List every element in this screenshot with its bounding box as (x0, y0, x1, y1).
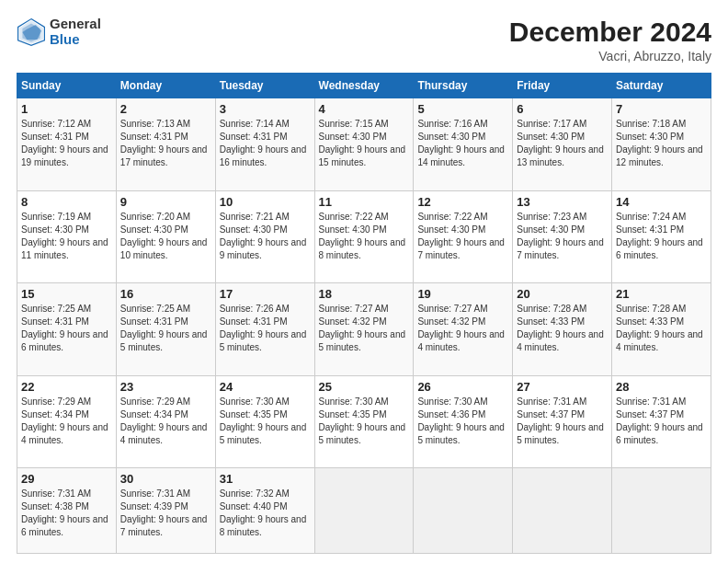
calendar-cell: 22Sunrise: 7:29 AMSunset: 4:34 PMDayligh… (17, 375, 117, 468)
day-info: Sunrise: 7:27 AMSunset: 4:32 PMDaylight:… (417, 303, 508, 354)
day-info: Sunrise: 7:23 AMSunset: 4:30 PMDaylight:… (517, 211, 608, 262)
calendar-cell: 27Sunrise: 7:31 AMSunset: 4:37 PMDayligh… (513, 375, 612, 468)
day-number: 7 (616, 102, 707, 116)
calendar-cell: 31Sunrise: 7:32 AMSunset: 4:40 PMDayligh… (215, 468, 314, 554)
page: General Blue December 2024 Vacri, Abruzz… (0, 0, 728, 563)
calendar-cell (414, 468, 513, 554)
day-of-week-header: Sunday (17, 74, 117, 98)
calendar-cell: 26Sunrise: 7:30 AMSunset: 4:36 PMDayligh… (414, 375, 513, 468)
logo-icon (17, 17, 46, 47)
day-info: Sunrise: 7:18 AMSunset: 4:30 PMDaylight:… (616, 118, 707, 169)
calendar-week-row: 15Sunrise: 7:25 AMSunset: 4:31 PMDayligh… (17, 283, 711, 376)
logo-text: General Blue (50, 17, 101, 47)
calendar-cell: 21Sunrise: 7:28 AMSunset: 4:33 PMDayligh… (612, 283, 711, 376)
calendar-cell (612, 468, 711, 554)
day-number: 25 (319, 380, 410, 394)
day-info: Sunrise: 7:30 AMSunset: 4:36 PMDaylight:… (417, 396, 508, 447)
day-number: 24 (220, 380, 311, 394)
day-info: Sunrise: 7:28 AMSunset: 4:33 PMDaylight:… (517, 303, 608, 354)
day-number: 1 (21, 102, 112, 116)
day-of-week-header: Wednesday (314, 74, 414, 98)
day-number: 23 (120, 380, 211, 394)
calendar-cell: 2Sunrise: 7:13 AMSunset: 4:31 PMDaylight… (116, 98, 215, 191)
title-block: December 2024 Vacri, Abruzzo, Italy (509, 17, 711, 63)
day-info: Sunrise: 7:31 AMSunset: 4:37 PMDaylight:… (616, 396, 707, 447)
subtitle: Vacri, Abruzzo, Italy (509, 49, 711, 63)
calendar-week-row: 22Sunrise: 7:29 AMSunset: 4:34 PMDayligh… (17, 375, 711, 468)
day-number: 3 (220, 102, 311, 116)
calendar-table: SundayMondayTuesdayWednesdayThursdayFrid… (17, 73, 711, 554)
day-number: 11 (319, 195, 410, 209)
day-number: 31 (220, 472, 311, 486)
day-number: 18 (319, 287, 410, 301)
calendar-cell: 10Sunrise: 7:21 AMSunset: 4:30 PMDayligh… (215, 190, 314, 283)
day-info: Sunrise: 7:32 AMSunset: 4:40 PMDaylight:… (220, 488, 311, 539)
calendar-cell: 9Sunrise: 7:20 AMSunset: 4:30 PMDaylight… (116, 190, 215, 283)
day-info: Sunrise: 7:14 AMSunset: 4:31 PMDaylight:… (220, 118, 311, 169)
day-number: 27 (517, 380, 608, 394)
calendar-cell: 16Sunrise: 7:25 AMSunset: 4:31 PMDayligh… (116, 283, 215, 376)
day-of-week-header: Friday (513, 74, 612, 98)
calendar-cell: 17Sunrise: 7:26 AMSunset: 4:31 PMDayligh… (215, 283, 314, 376)
calendar-cell: 25Sunrise: 7:30 AMSunset: 4:35 PMDayligh… (314, 375, 414, 468)
day-info: Sunrise: 7:27 AMSunset: 4:32 PMDaylight:… (319, 303, 410, 354)
day-info: Sunrise: 7:19 AMSunset: 4:30 PMDaylight:… (21, 211, 112, 262)
day-number: 4 (319, 102, 410, 116)
calendar-cell: 30Sunrise: 7:31 AMSunset: 4:39 PMDayligh… (116, 468, 215, 554)
calendar-cell: 14Sunrise: 7:24 AMSunset: 4:31 PMDayligh… (612, 190, 711, 283)
day-info: Sunrise: 7:24 AMSunset: 4:31 PMDaylight:… (616, 211, 707, 262)
day-info: Sunrise: 7:29 AMSunset: 4:34 PMDaylight:… (120, 396, 211, 447)
calendar-week-row: 29Sunrise: 7:31 AMSunset: 4:38 PMDayligh… (17, 468, 711, 554)
logo: General Blue (17, 17, 101, 47)
calendar-cell: 24Sunrise: 7:30 AMSunset: 4:35 PMDayligh… (215, 375, 314, 468)
day-info: Sunrise: 7:30 AMSunset: 4:35 PMDaylight:… (319, 396, 410, 447)
day-info: Sunrise: 7:29 AMSunset: 4:34 PMDaylight:… (21, 396, 112, 447)
calendar-cell: 12Sunrise: 7:22 AMSunset: 4:30 PMDayligh… (414, 190, 513, 283)
calendar-cell: 29Sunrise: 7:31 AMSunset: 4:38 PMDayligh… (17, 468, 117, 554)
calendar-cell: 5Sunrise: 7:16 AMSunset: 4:30 PMDaylight… (414, 98, 513, 191)
day-of-week-header: Monday (116, 74, 215, 98)
day-info: Sunrise: 7:30 AMSunset: 4:35 PMDaylight:… (220, 396, 311, 447)
day-info: Sunrise: 7:25 AMSunset: 4:31 PMDaylight:… (21, 303, 112, 354)
day-number: 15 (21, 287, 112, 301)
day-number: 10 (220, 195, 311, 209)
day-info: Sunrise: 7:31 AMSunset: 4:38 PMDaylight:… (21, 488, 112, 539)
calendar-week-row: 1Sunrise: 7:12 AMSunset: 4:31 PMDaylight… (17, 98, 711, 191)
day-info: Sunrise: 7:31 AMSunset: 4:39 PMDaylight:… (120, 488, 211, 539)
day-info: Sunrise: 7:16 AMSunset: 4:30 PMDaylight:… (417, 118, 508, 169)
calendar-cell: 7Sunrise: 7:18 AMSunset: 4:30 PMDaylight… (612, 98, 711, 191)
day-info: Sunrise: 7:25 AMSunset: 4:31 PMDaylight:… (120, 303, 211, 354)
day-of-week-header: Tuesday (215, 74, 314, 98)
day-of-week-header: Thursday (414, 74, 513, 98)
calendar-cell: 1Sunrise: 7:12 AMSunset: 4:31 PMDaylight… (17, 98, 117, 191)
calendar-cell: 11Sunrise: 7:22 AMSunset: 4:30 PMDayligh… (314, 190, 414, 283)
day-number: 8 (21, 195, 112, 209)
calendar-week-row: 8Sunrise: 7:19 AMSunset: 4:30 PMDaylight… (17, 190, 711, 283)
day-number: 12 (417, 195, 508, 209)
calendar-cell: 13Sunrise: 7:23 AMSunset: 4:30 PMDayligh… (513, 190, 612, 283)
day-number: 2 (120, 102, 211, 116)
calendar-cell: 28Sunrise: 7:31 AMSunset: 4:37 PMDayligh… (612, 375, 711, 468)
day-number: 14 (616, 195, 707, 209)
day-number: 5 (417, 102, 508, 116)
day-info: Sunrise: 7:20 AMSunset: 4:30 PMDaylight:… (120, 211, 211, 262)
day-number: 26 (417, 380, 508, 394)
day-info: Sunrise: 7:21 AMSunset: 4:30 PMDaylight:… (220, 211, 311, 262)
calendar-cell: 20Sunrise: 7:28 AMSunset: 4:33 PMDayligh… (513, 283, 612, 376)
day-info: Sunrise: 7:15 AMSunset: 4:30 PMDaylight:… (319, 118, 410, 169)
day-number: 17 (220, 287, 311, 301)
main-title: December 2024 (509, 17, 711, 47)
day-info: Sunrise: 7:22 AMSunset: 4:30 PMDaylight:… (417, 211, 508, 262)
calendar-cell: 18Sunrise: 7:27 AMSunset: 4:32 PMDayligh… (314, 283, 414, 376)
calendar-cell: 6Sunrise: 7:17 AMSunset: 4:30 PMDaylight… (513, 98, 612, 191)
calendar-cell: 23Sunrise: 7:29 AMSunset: 4:34 PMDayligh… (116, 375, 215, 468)
calendar-cell: 15Sunrise: 7:25 AMSunset: 4:31 PMDayligh… (17, 283, 117, 376)
calendar-cell: 4Sunrise: 7:15 AMSunset: 4:30 PMDaylight… (314, 98, 414, 191)
calendar-cell (314, 468, 414, 554)
day-info: Sunrise: 7:17 AMSunset: 4:30 PMDaylight:… (517, 118, 608, 169)
calendar-cell: 3Sunrise: 7:14 AMSunset: 4:31 PMDaylight… (215, 98, 314, 191)
day-number: 6 (517, 102, 608, 116)
day-number: 30 (120, 472, 211, 486)
day-info: Sunrise: 7:28 AMSunset: 4:33 PMDaylight:… (616, 303, 707, 354)
calendar-cell (513, 468, 612, 554)
